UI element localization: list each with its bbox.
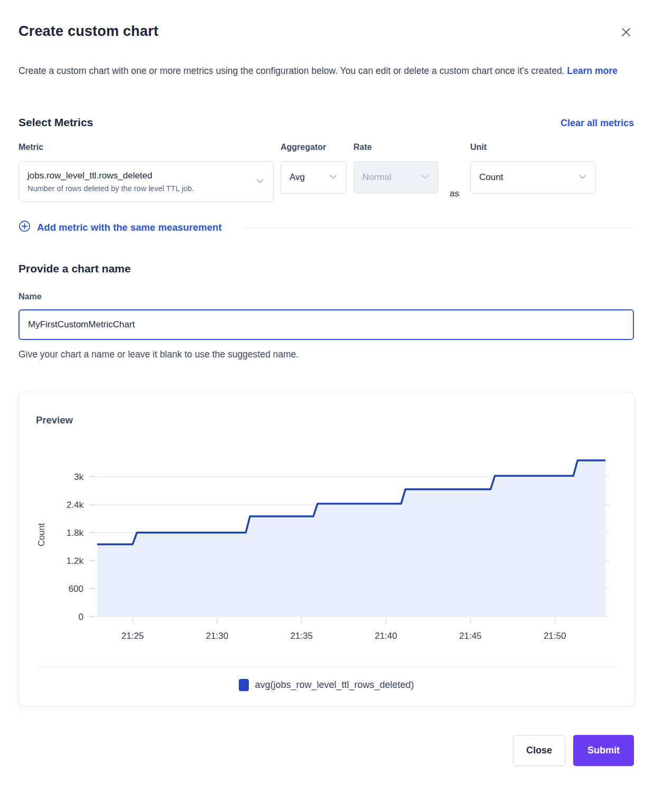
svg-text:21:45: 21:45: [459, 631, 481, 641]
add-metric-link[interactable]: Add metric with the same measurement: [18, 220, 222, 235]
page-title: Create custom chart: [18, 23, 158, 40]
chevron-down-icon: [256, 176, 265, 187]
svg-text:21:25: 21:25: [122, 631, 144, 641]
add-metric-row: Add metric with the same measurement: [18, 220, 634, 235]
select-metrics-header: Select Metrics Clear all metrics: [18, 116, 634, 129]
svg-text:21:50: 21:50: [544, 631, 566, 641]
aggregator-label: Aggregator: [281, 143, 347, 152]
metric-label: Metric: [18, 143, 274, 152]
svg-text:21:40: 21:40: [375, 631, 397, 641]
metric-field: Metric jobs.row_level_ttl.rows_deleted N…: [18, 143, 274, 202]
preview-chart: 06001.2k1.8k2.4k3k21:2521:3021:3521:4021…: [36, 447, 617, 644]
chevron-down-icon: [578, 172, 587, 183]
metric-config-row: Metric jobs.row_level_ttl.rows_deleted N…: [18, 143, 634, 202]
unit-select-value: Count: [479, 172, 503, 183]
chevron-down-icon: [329, 172, 338, 183]
aggregator-select[interactable]: Avg: [281, 161, 347, 194]
select-metrics-heading: Select Metrics: [18, 116, 93, 129]
metric-select-value: jobs.row_level_ttl.rows_deleted: [27, 171, 194, 181]
divider: [36, 667, 617, 667]
svg-text:1.8k: 1.8k: [67, 528, 84, 538]
preview-heading: Preview: [36, 414, 617, 426]
aggregator-field: Aggregator Avg: [281, 143, 347, 202]
rate-label: Rate: [353, 143, 439, 152]
unit-label: Unit: [470, 143, 596, 152]
unit-field: Unit Count: [470, 143, 596, 202]
svg-text:0: 0: [78, 612, 83, 622]
metric-select[interactable]: jobs.row_level_ttl.rows_deleted Number o…: [18, 161, 274, 202]
svg-text:2.4k: 2.4k: [67, 500, 84, 510]
divider: [243, 228, 634, 228]
chevron-down-icon: [421, 172, 430, 183]
preview-card: Preview 06001.2k1.8k2.4k3k21:2521:3021:3…: [18, 392, 635, 706]
as-label: as: [450, 188, 459, 199]
name-helper-text: Give your chart a name or leave it blank…: [18, 349, 634, 360]
unit-select[interactable]: Count: [470, 161, 596, 194]
svg-text:21:30: 21:30: [206, 631, 228, 641]
close-icon: [620, 32, 632, 40]
submit-button[interactable]: Submit: [573, 735, 634, 766]
svg-text:3k: 3k: [74, 472, 83, 482]
clear-all-metrics-link[interactable]: Clear all metrics: [561, 118, 634, 129]
close-dialog-button[interactable]: [618, 24, 634, 42]
dialog-footer: Close Submit: [18, 735, 634, 766]
dialog-header: Create custom chart: [18, 23, 634, 42]
svg-text:600: 600: [69, 584, 83, 594]
rate-select: Normal: [353, 161, 439, 194]
chart-name-heading: Provide a chart name: [18, 262, 634, 275]
chart-legend: avg(jobs_row_level_ttl_rows_deleted): [36, 679, 617, 691]
close-button[interactable]: Close: [513, 735, 565, 766]
aggregator-select-value: Avg: [290, 172, 305, 183]
legend-swatch-icon: [239, 679, 249, 691]
svg-text:Count: Count: [36, 523, 46, 546]
legend-label: avg(jobs_row_level_ttl_rows_deleted): [255, 679, 414, 691]
rate-select-value: Normal: [362, 172, 391, 183]
name-label: Name: [18, 292, 634, 301]
area-chart: 06001.2k1.8k2.4k3k21:2521:3021:3521:4021…: [36, 447, 618, 644]
rate-field: Rate Normal: [353, 143, 439, 202]
dialog-description: Create a custom chart with one or more m…: [18, 61, 626, 81]
svg-text:21:35: 21:35: [290, 631, 312, 641]
chart-name-input[interactable]: [18, 309, 634, 340]
svg-text:1.2k: 1.2k: [67, 556, 84, 566]
as-label-wrap: as: [439, 143, 470, 202]
metric-select-description: Number of rows deleted by the row level …: [27, 184, 194, 193]
add-circle-icon: [18, 220, 31, 235]
learn-more-link[interactable]: Learn more: [567, 65, 617, 76]
